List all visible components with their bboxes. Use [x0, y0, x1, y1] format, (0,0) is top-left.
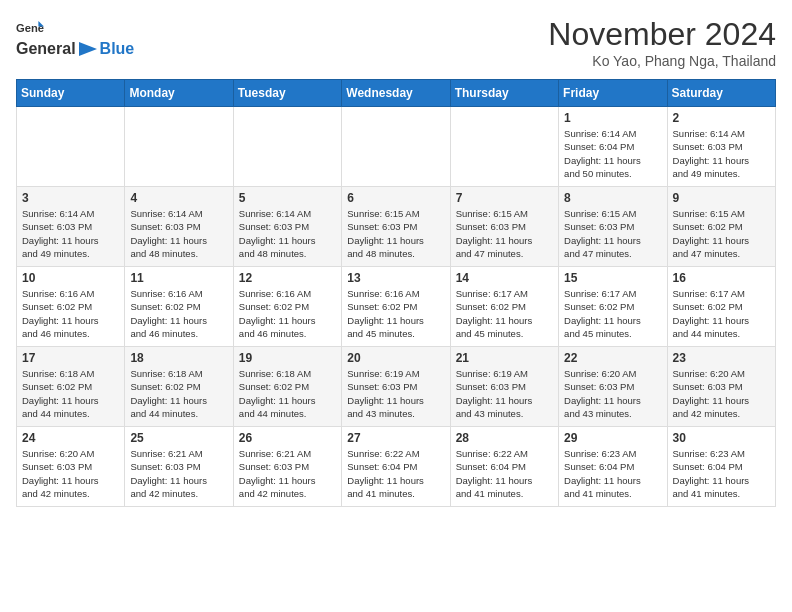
day-info: Sunrise: 6:21 AM Sunset: 6:03 PM Dayligh…: [239, 447, 336, 500]
weekday-header: Friday: [559, 80, 667, 107]
day-info: Sunrise: 6:22 AM Sunset: 6:04 PM Dayligh…: [347, 447, 444, 500]
day-number: 1: [564, 111, 661, 125]
calendar-table: SundayMondayTuesdayWednesdayThursdayFrid…: [16, 79, 776, 507]
calendar-week-row: 10Sunrise: 6:16 AM Sunset: 6:02 PM Dayli…: [17, 267, 776, 347]
day-info: Sunrise: 6:19 AM Sunset: 6:03 PM Dayligh…: [347, 367, 444, 420]
calendar-cell: 20Sunrise: 6:19 AM Sunset: 6:03 PM Dayli…: [342, 347, 450, 427]
calendar-cell: 14Sunrise: 6:17 AM Sunset: 6:02 PM Dayli…: [450, 267, 558, 347]
day-number: 19: [239, 351, 336, 365]
day-number: 6: [347, 191, 444, 205]
day-info: Sunrise: 6:16 AM Sunset: 6:02 PM Dayligh…: [239, 287, 336, 340]
calendar-cell: [450, 107, 558, 187]
day-info: Sunrise: 6:20 AM Sunset: 6:03 PM Dayligh…: [22, 447, 119, 500]
day-number: 20: [347, 351, 444, 365]
day-info: Sunrise: 6:16 AM Sunset: 6:02 PM Dayligh…: [22, 287, 119, 340]
weekday-header: Tuesday: [233, 80, 341, 107]
day-number: 10: [22, 271, 119, 285]
day-info: Sunrise: 6:18 AM Sunset: 6:02 PM Dayligh…: [239, 367, 336, 420]
day-number: 24: [22, 431, 119, 445]
day-number: 15: [564, 271, 661, 285]
calendar-cell: 16Sunrise: 6:17 AM Sunset: 6:02 PM Dayli…: [667, 267, 775, 347]
day-info: Sunrise: 6:21 AM Sunset: 6:03 PM Dayligh…: [130, 447, 227, 500]
calendar-cell: 24Sunrise: 6:20 AM Sunset: 6:03 PM Dayli…: [17, 427, 125, 507]
calendar-cell: 17Sunrise: 6:18 AM Sunset: 6:02 PM Dayli…: [17, 347, 125, 427]
day-number: 17: [22, 351, 119, 365]
weekday-header: Thursday: [450, 80, 558, 107]
day-info: Sunrise: 6:15 AM Sunset: 6:02 PM Dayligh…: [673, 207, 770, 260]
logo-blue: Blue: [100, 40, 135, 58]
svg-marker-2: [79, 42, 97, 56]
day-info: Sunrise: 6:23 AM Sunset: 6:04 PM Dayligh…: [673, 447, 770, 500]
day-number: 22: [564, 351, 661, 365]
calendar-cell: 19Sunrise: 6:18 AM Sunset: 6:02 PM Dayli…: [233, 347, 341, 427]
day-info: Sunrise: 6:15 AM Sunset: 6:03 PM Dayligh…: [456, 207, 553, 260]
logo-general: General: [16, 40, 76, 58]
weekday-header: Monday: [125, 80, 233, 107]
day-info: Sunrise: 6:16 AM Sunset: 6:02 PM Dayligh…: [347, 287, 444, 340]
day-number: 4: [130, 191, 227, 205]
calendar-cell: 28Sunrise: 6:22 AM Sunset: 6:04 PM Dayli…: [450, 427, 558, 507]
calendar-cell: [233, 107, 341, 187]
day-number: 23: [673, 351, 770, 365]
calendar-cell: 10Sunrise: 6:16 AM Sunset: 6:02 PM Dayli…: [17, 267, 125, 347]
calendar-cell: 8Sunrise: 6:15 AM Sunset: 6:03 PM Daylig…: [559, 187, 667, 267]
weekday-header: Saturday: [667, 80, 775, 107]
calendar-week-row: 3Sunrise: 6:14 AM Sunset: 6:03 PM Daylig…: [17, 187, 776, 267]
calendar-cell: 3Sunrise: 6:14 AM Sunset: 6:03 PM Daylig…: [17, 187, 125, 267]
day-number: 28: [456, 431, 553, 445]
calendar-cell: 15Sunrise: 6:17 AM Sunset: 6:02 PM Dayli…: [559, 267, 667, 347]
day-info: Sunrise: 6:14 AM Sunset: 6:03 PM Dayligh…: [22, 207, 119, 260]
day-info: Sunrise: 6:15 AM Sunset: 6:03 PM Dayligh…: [564, 207, 661, 260]
calendar-header-row: SundayMondayTuesdayWednesdayThursdayFrid…: [17, 80, 776, 107]
day-number: 8: [564, 191, 661, 205]
day-number: 2: [673, 111, 770, 125]
calendar-cell: 11Sunrise: 6:16 AM Sunset: 6:02 PM Dayli…: [125, 267, 233, 347]
day-number: 21: [456, 351, 553, 365]
day-number: 3: [22, 191, 119, 205]
weekday-header: Wednesday: [342, 80, 450, 107]
calendar-week-row: 1Sunrise: 6:14 AM Sunset: 6:04 PM Daylig…: [17, 107, 776, 187]
logo-flag-icon: [77, 40, 99, 58]
calendar-cell: 29Sunrise: 6:23 AM Sunset: 6:04 PM Dayli…: [559, 427, 667, 507]
calendar-cell: 7Sunrise: 6:15 AM Sunset: 6:03 PM Daylig…: [450, 187, 558, 267]
calendar-cell: [342, 107, 450, 187]
location: Ko Yao, Phang Nga, Thailand: [548, 53, 776, 69]
calendar-cell: 26Sunrise: 6:21 AM Sunset: 6:03 PM Dayli…: [233, 427, 341, 507]
calendar-cell: [125, 107, 233, 187]
day-number: 5: [239, 191, 336, 205]
day-info: Sunrise: 6:23 AM Sunset: 6:04 PM Dayligh…: [564, 447, 661, 500]
calendar-cell: 9Sunrise: 6:15 AM Sunset: 6:02 PM Daylig…: [667, 187, 775, 267]
day-info: Sunrise: 6:19 AM Sunset: 6:03 PM Dayligh…: [456, 367, 553, 420]
calendar-cell: 4Sunrise: 6:14 AM Sunset: 6:03 PM Daylig…: [125, 187, 233, 267]
day-info: Sunrise: 6:14 AM Sunset: 6:03 PM Dayligh…: [673, 127, 770, 180]
day-number: 30: [673, 431, 770, 445]
day-info: Sunrise: 6:14 AM Sunset: 6:04 PM Dayligh…: [564, 127, 661, 180]
calendar-cell: 22Sunrise: 6:20 AM Sunset: 6:03 PM Dayli…: [559, 347, 667, 427]
day-number: 18: [130, 351, 227, 365]
day-number: 29: [564, 431, 661, 445]
day-info: Sunrise: 6:20 AM Sunset: 6:03 PM Dayligh…: [673, 367, 770, 420]
calendar-cell: 12Sunrise: 6:16 AM Sunset: 6:02 PM Dayli…: [233, 267, 341, 347]
calendar-cell: 2Sunrise: 6:14 AM Sunset: 6:03 PM Daylig…: [667, 107, 775, 187]
day-number: 12: [239, 271, 336, 285]
day-number: 13: [347, 271, 444, 285]
day-info: Sunrise: 6:20 AM Sunset: 6:03 PM Dayligh…: [564, 367, 661, 420]
day-number: 14: [456, 271, 553, 285]
day-info: Sunrise: 6:17 AM Sunset: 6:02 PM Dayligh…: [564, 287, 661, 340]
day-info: Sunrise: 6:14 AM Sunset: 6:03 PM Dayligh…: [130, 207, 227, 260]
title-area: November 2024 Ko Yao, Phang Nga, Thailan…: [548, 16, 776, 69]
month-year: November 2024: [548, 16, 776, 53]
day-info: Sunrise: 6:15 AM Sunset: 6:03 PM Dayligh…: [347, 207, 444, 260]
day-info: Sunrise: 6:17 AM Sunset: 6:02 PM Dayligh…: [456, 287, 553, 340]
calendar-week-row: 24Sunrise: 6:20 AM Sunset: 6:03 PM Dayli…: [17, 427, 776, 507]
calendar-cell: 5Sunrise: 6:14 AM Sunset: 6:03 PM Daylig…: [233, 187, 341, 267]
calendar-cell: [17, 107, 125, 187]
day-info: Sunrise: 6:14 AM Sunset: 6:03 PM Dayligh…: [239, 207, 336, 260]
day-info: Sunrise: 6:18 AM Sunset: 6:02 PM Dayligh…: [130, 367, 227, 420]
day-info: Sunrise: 6:16 AM Sunset: 6:02 PM Dayligh…: [130, 287, 227, 340]
logo: General General Blue: [16, 16, 134, 58]
calendar-cell: 21Sunrise: 6:19 AM Sunset: 6:03 PM Dayli…: [450, 347, 558, 427]
calendar-cell: 25Sunrise: 6:21 AM Sunset: 6:03 PM Dayli…: [125, 427, 233, 507]
calendar-cell: 6Sunrise: 6:15 AM Sunset: 6:03 PM Daylig…: [342, 187, 450, 267]
calendar-cell: 23Sunrise: 6:20 AM Sunset: 6:03 PM Dayli…: [667, 347, 775, 427]
